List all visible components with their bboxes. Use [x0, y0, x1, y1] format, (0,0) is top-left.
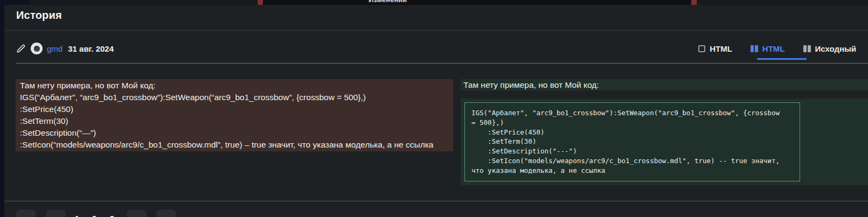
page-left-edge: [0, 0, 4, 217]
author-link[interactable]: gmd: [47, 44, 63, 53]
meta-divider: [16, 63, 868, 64]
clipped-red-accent-left: [258, 0, 263, 5]
code-line: :SetDescription("---"): [471, 146, 793, 156]
clipped-navy-corner: [4, 0, 29, 5]
edit-pencil-icon: [16, 44, 26, 53]
pagination-page-3[interactable]: 3: [106, 214, 119, 217]
clipped-heading-text: Изменений: [369, 0, 407, 4]
single-pane-icon: [698, 45, 705, 52]
tab-html-single[interactable]: HTML: [698, 44, 732, 53]
diff-removed-block: Там нету примера, но вот Мой код:IGS(“Ар…: [16, 79, 453, 151]
code-line: :SetIcon("models/weapons/arc9/c_bo1_cros…: [471, 156, 793, 166]
pagination-last-button[interactable]: [156, 209, 176, 217]
removed-line: :SetDescription(“—”): [20, 127, 449, 139]
code-line: что указана моделька, а не ссылка: [471, 166, 793, 176]
removed-line: :SetPrice(450): [20, 103, 449, 115]
view-mode-tabs: HTML HTML Исходный: [698, 41, 856, 56]
content-bottom-divider: [4, 201, 868, 201]
code-line: :SetPrice(450): [471, 128, 793, 137]
page-title: История: [16, 9, 62, 22]
code-box: IGS("Арбалет", "arc9_bo1_crossbow"):SetW…: [464, 102, 800, 181]
code-line: :SetTerm(30): [471, 137, 793, 146]
avatar[interactable]: [31, 43, 43, 54]
diff-added-intro: Там нету примера, но вот Мой код:: [461, 79, 868, 90]
removed-line: :SetIcon(“models/weapons/arc9/c_bo1_cros…: [20, 139, 449, 151]
pagination-next-button[interactable]: [127, 209, 147, 217]
diff-added-code-block: IGS("Арбалет", "arc9_bo1_crossbow"):SetW…: [461, 99, 868, 185]
split-columns-icon: [803, 45, 811, 52]
revision-meta-row: gmd 31 авг. 2024: [16, 41, 114, 56]
active-tab-underline: [757, 58, 807, 60]
revision-date: 31 авг. 2024: [68, 44, 114, 53]
pagination-page-2[interactable]: 2: [88, 214, 101, 217]
tab-label: Исходный: [815, 44, 856, 53]
clipped-tab-bar: [259, 0, 695, 5]
clipped-background-content: Изменений: [4, 0, 868, 5]
code-line: IGS("Арбалет", "arc9_bo1_crossbow"):SetW…: [471, 108, 793, 118]
avatar-logo-icon: [34, 46, 40, 52]
pagination-prev-button[interactable]: [46, 209, 66, 217]
pagination-first-button[interactable]: [16, 209, 36, 217]
tab-source[interactable]: Исходный: [803, 44, 856, 53]
pagination-page-1[interactable]: 1: [71, 214, 84, 217]
removed-line: :SetTerm(30): [20, 115, 449, 127]
tab-label: HTML: [762, 44, 785, 53]
split-columns-icon: [751, 45, 758, 52]
tab-html-split[interactable]: HTML: [751, 44, 785, 53]
removed-line: IGS(“Арбалет”, “arc9_bo1_crossbow”):SetW…: [20, 92, 449, 103]
code-line: = 500},): [471, 118, 793, 128]
removed-line: Там нету примера, но вот Мой код:: [20, 80, 449, 92]
title-divider: [4, 30, 868, 31]
tab-label: HTML: [710, 44, 732, 53]
clipped-red-accent-right: [691, 0, 697, 5]
